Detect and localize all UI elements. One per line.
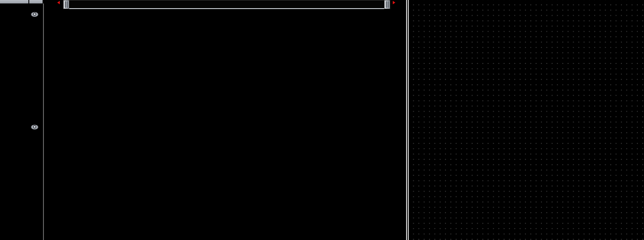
waveform-viewer-panel: [0, 0, 405, 240]
slider-left-arrow-icon[interactable]: [57, 1, 60, 4]
signal-row-net4[interactable]: [3, 11, 43, 18]
slider-left-handle[interactable]: [63, 0, 69, 9]
horizontal-range-slider[interactable]: [57, 0, 397, 9]
schematic-editor-panel: [409, 0, 644, 240]
visibility-eye-icon[interactable]: [31, 12, 38, 17]
signal-row-net9[interactable]: [3, 123, 43, 130]
waveform-plot-canvas: [0, 0, 405, 240]
schematic-canvas[interactable]: [409, 0, 644, 240]
slider-right-handle[interactable]: [384, 0, 390, 9]
visibility-eye-icon[interactable]: [31, 125, 38, 129]
signal-column-header-2[interactable]: [29, 0, 43, 3]
virtuoso-workspace: { "left_panel": { "signals": [ {"name": …: [0, 0, 644, 240]
signal-column-header[interactable]: [0, 0, 28, 3]
signal-column-splitter[interactable]: [43, 3, 44, 240]
slider-right-arrow-icon[interactable]: [393, 1, 395, 4]
panel-divider[interactable]: [405, 0, 409, 240]
slider-track-overview[interactable]: [69, 0, 384, 9]
